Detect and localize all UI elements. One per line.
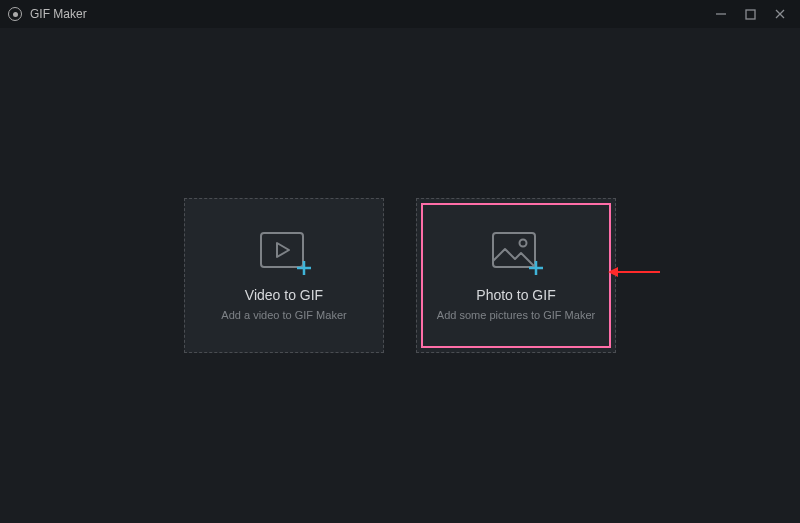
window-controls: [715, 8, 792, 20]
video-to-gif-card[interactable]: Video to GIF Add a video to GIF Maker: [184, 198, 384, 353]
svg-marker-5: [277, 243, 289, 257]
photo-to-gif-card[interactable]: Photo to GIF Add some pictures to GIF Ma…: [416, 198, 616, 353]
maximize-button[interactable]: [745, 9, 756, 20]
main-content: Video to GIF Add a video to GIF Maker Ph…: [0, 28, 800, 523]
window-title: GIF Maker: [30, 7, 87, 21]
close-button[interactable]: [774, 8, 786, 20]
app-icon: [8, 7, 22, 21]
svg-rect-4: [261, 233, 303, 267]
photo-card-desc: Add some pictures to GIF Maker: [437, 309, 595, 321]
svg-rect-1: [746, 10, 755, 19]
photo-icon: [491, 231, 541, 271]
svg-point-9: [520, 239, 527, 246]
video-icon: [259, 231, 309, 271]
photo-card-title: Photo to GIF: [476, 287, 555, 303]
video-card-desc: Add a video to GIF Maker: [221, 309, 346, 321]
titlebar: GIF Maker: [0, 0, 800, 28]
video-card-title: Video to GIF: [245, 287, 323, 303]
minimize-button[interactable]: [715, 8, 727, 20]
